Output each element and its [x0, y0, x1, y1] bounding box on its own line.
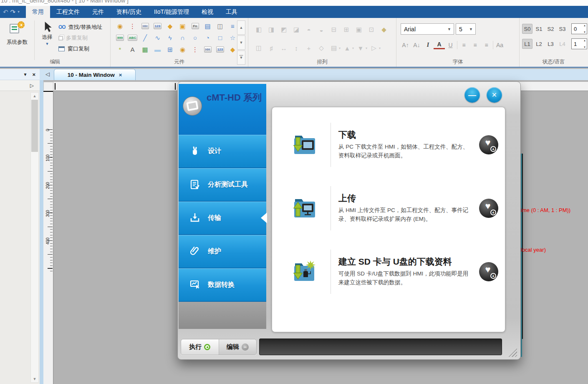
- align-center-text-button[interactable]: ≡: [469, 40, 481, 51]
- ribbon-tab-project[interactable]: 工程文件: [50, 6, 86, 18]
- menu-item-analysis-tools[interactable]: 分析测试工具: [179, 168, 266, 201]
- resize-grip-icon[interactable]: [506, 346, 517, 357]
- undo-icon[interactable]: ↶: [3, 9, 8, 15]
- flip-dropdown-icon[interactable]: ▾: [379, 46, 381, 50]
- set-bit-tool[interactable]: HH: [139, 20, 151, 32]
- same-size-button[interactable]: ▣: [353, 24, 365, 35]
- download-row[interactable]: 下载 从 PC 下载文件至 HMI，如韧体、工程文件、配方、资料取样记录或开机画…: [272, 113, 505, 177]
- flip-button[interactable]: ▷: [368, 42, 380, 54]
- fit-button[interactable]: +: [303, 42, 315, 54]
- window-copy-button[interactable]: 窗口复制: [58, 43, 102, 54]
- table-tool[interactable]: ⊞: [164, 44, 176, 55]
- align-center-h-button[interactable]: ◨: [265, 24, 278, 35]
- word-lamp-tool[interactable]: ⋮: [126, 20, 139, 32]
- window-tab[interactable]: 10 - Main Window ×: [54, 69, 136, 80]
- align-left-button[interactable]: ◧: [252, 24, 265, 35]
- panel-dropdown-icon[interactable]: ▼: [23, 72, 28, 77]
- scrollbar-up-icon[interactable]: ▲: [31, 94, 38, 98]
- panel-close-icon[interactable]: ×: [32, 71, 35, 78]
- upload-row[interactable]: 上传 从 HMI 上传文件至 PC，如工程文件、配方、事件记录、资料取样记录或扩…: [272, 177, 505, 240]
- window-tab-close-icon[interactable]: ×: [119, 72, 122, 78]
- text-tool[interactable]: A: [126, 44, 139, 55]
- language-l3-button[interactable]: L3: [545, 39, 556, 49]
- group-button[interactable]: ♯: [265, 42, 278, 54]
- spread-v-button[interactable]: ↕: [290, 42, 303, 54]
- palette-scroll-up-icon[interactable]: ▲: [237, 20, 245, 35]
- sd-usb-row[interactable]: 建立 SD 卡与 U盘的下载资料 可使用 SD 卡/U盘下载数据到 HMI，此项…: [272, 240, 505, 303]
- polyline-tool[interactable]: ϟ: [164, 32, 176, 43]
- circle-tool[interactable]: ○: [189, 32, 201, 43]
- align-right-text-button[interactable]: ≡: [481, 40, 492, 51]
- freehand-tool[interactable]: ∿: [151, 32, 164, 43]
- ribbon-tab-home[interactable]: 常用: [26, 6, 50, 18]
- distribute-vertical-button[interactable]: ⊟: [328, 24, 340, 35]
- ascii-object-tool[interactable]: ABC: [126, 32, 139, 43]
- scrollbar-down-icon[interactable]: ▼: [31, 377, 38, 381]
- panel-scrollbar[interactable]: ▲ ▼: [30, 92, 39, 383]
- toggle-switch-tool[interactable]: ▣: [177, 20, 189, 32]
- language-spinner[interactable]: 1 ▲▼: [571, 38, 587, 49]
- underline-button[interactable]: U: [445, 40, 456, 51]
- qat-more-icon[interactable]: ▾: [18, 10, 20, 14]
- favorite-add-button[interactable]: ♥ +: [479, 135, 498, 154]
- set-bit-2-tool[interactable]: HH: [202, 44, 214, 55]
- font-family-select[interactable]: Arial ▼: [401, 23, 454, 35]
- language-l2-button[interactable]: L2: [534, 39, 544, 49]
- layer-top-dropdown-icon[interactable]: ▾: [352, 46, 354, 50]
- redo-icon[interactable]: ↷: [10, 9, 16, 15]
- resize-button[interactable]: ⊡: [365, 24, 378, 35]
- bit-lamp-2-tool[interactable]: ◉: [177, 44, 189, 55]
- select-dropdown-icon[interactable]: ▼: [45, 42, 49, 46]
- system-parameters-button[interactable]: 系统参数: [2, 21, 33, 60]
- word-lamp-2-tool[interactable]: ⋮: [189, 44, 201, 55]
- layer-up-dropdown-icon[interactable]: ▾: [339, 46, 341, 50]
- rectangle-tool[interactable]: □: [214, 32, 226, 43]
- grow-font-button[interactable]: A↑: [400, 40, 411, 51]
- execute-button[interactable]: 执行: [181, 339, 219, 355]
- multi-copy-button[interactable]: 多重复制: [58, 33, 102, 43]
- menu-item-maintenance[interactable]: 维护: [179, 235, 266, 268]
- pie-tool[interactable]: ◔: [202, 32, 214, 43]
- line-tool[interactable]: ╱: [139, 32, 151, 43]
- distribute-horizontal-button[interactable]: ⊞: [340, 24, 353, 35]
- align-middle-button[interactable]: ◓: [303, 24, 315, 35]
- tab-scroll-left-icon[interactable]: ◁: [45, 71, 50, 77]
- layer-up-button[interactable]: ▤: [328, 42, 340, 54]
- layer-down-button[interactable]: ▼: [354, 42, 367, 54]
- dialog-close-button[interactable]: ✕: [487, 87, 502, 103]
- align-left-text-button[interactable]: ≡: [458, 40, 469, 51]
- shrink-font-button[interactable]: A↓: [411, 40, 422, 51]
- set-word-tool[interactable]: 123: [151, 20, 164, 32]
- panel-expand-icon[interactable]: ▷: [30, 83, 34, 88]
- state-s0-button[interactable]: S0: [522, 24, 532, 34]
- language-l4-button[interactable]: L4: [557, 39, 568, 49]
- language-l1-button[interactable]: L1: [522, 39, 532, 49]
- combo-button-tool[interactable]: ▤: [202, 20, 214, 32]
- state-s2-button[interactable]: S2: [545, 24, 556, 34]
- pin-button[interactable]: ◆: [378, 24, 390, 35]
- language-spinner-arrows-icon[interactable]: ▲▼: [583, 39, 586, 48]
- state-spinner-arrows-icon[interactable]: ▲▼: [583, 24, 586, 33]
- palette-scroll-down-icon[interactable]: ▼: [237, 35, 245, 50]
- bit-lamp-tool[interactable]: ◉: [114, 20, 126, 32]
- select-button[interactable]: 选择 ▼: [38, 21, 57, 62]
- menu-item-data-conversion[interactable]: 数据转换: [179, 268, 266, 301]
- state-s1-button[interactable]: S1: [534, 24, 544, 34]
- ribbon-tab-view[interactable]: 检视: [195, 6, 220, 18]
- font-size-select[interactable]: 5 ▼: [456, 23, 476, 35]
- slider-tool[interactable]: ◫: [214, 20, 226, 32]
- nudge-button[interactable]: ◫: [252, 42, 265, 54]
- numeric-object-tool[interactable]: 999: [114, 32, 126, 43]
- align-right-button[interactable]: ◩: [278, 24, 290, 35]
- arc-tool[interactable]: ∩: [177, 32, 189, 43]
- macro-key-tool[interactable]: Fn: [189, 20, 201, 32]
- set-word-2-tool[interactable]: 123: [214, 44, 226, 55]
- shape-rectangle-tool[interactable]: ▬: [151, 44, 164, 55]
- edit-button[interactable]: 编辑 –: [219, 339, 257, 355]
- favorite-add-button[interactable]: ♥ +: [479, 262, 498, 281]
- layer-top-button[interactable]: ▲: [341, 42, 353, 54]
- align-bottom-button[interactable]: ◒: [315, 24, 328, 35]
- favorite-add-button[interactable]: ♥ +: [479, 199, 498, 218]
- font-style-button[interactable]: Aa: [494, 40, 505, 51]
- ribbon-tab-data-history[interactable]: 资料/历史: [110, 6, 148, 18]
